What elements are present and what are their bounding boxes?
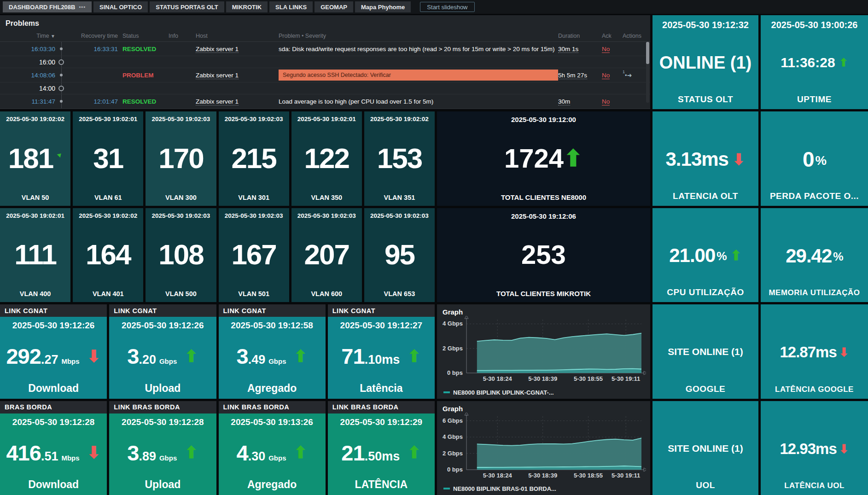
host-link[interactable]: Zabbix server 1 (196, 46, 239, 53)
dashboard-grid: Problems Time ▼Recovery timeStatusInfoHo… (0, 15, 868, 495)
vlan-label: VLAN 500 (165, 290, 197, 297)
panel-timestamp: 2025-05-30 19:12:06 (511, 212, 576, 220)
panel-timestamp: 2025-05-30 19:02:03 (297, 212, 356, 219)
tab-mapa-phyhome[interactable]: Mapa Phyhome (355, 1, 411, 12)
col-problem[interactable]: Problem • Severity (272, 33, 558, 39)
value-fraction: .10ms (365, 353, 400, 367)
panel-timestamp: 2025-05-30 19:12:28 (122, 417, 204, 427)
value-integer: 416 (6, 442, 41, 464)
problem-status[interactable]: PROBLEM (118, 72, 164, 79)
problem-name[interactable]: Load average is too high (per CPU load o… (272, 98, 558, 105)
problem-time[interactable]: 14:08:06 (0, 72, 55, 79)
problem-name-link[interactable]: sda: Disk read/write request responses a… (279, 46, 555, 52)
tab-sla-links[interactable]: SLA LINKS (269, 1, 313, 12)
cpu-label: CPU UTILIZAÇÃO (667, 287, 744, 297)
vlan-value: 111 (14, 240, 56, 269)
svg-text:0 bps: 0 bps (447, 466, 463, 473)
link-tile-label: LATÊNCIA (355, 478, 408, 491)
tab-mikrotik[interactable]: MIKROTIK (226, 1, 268, 12)
tab-status-portas-olt[interactable]: STATUS PORTAS OLT (150, 1, 224, 12)
value-fraction: .50ms (365, 449, 400, 464)
trend-up-icon: ⬆ (184, 444, 198, 461)
col-time[interactable]: Time ▼ (0, 33, 55, 39)
graph-legend: NE8000 BIPLINK UPLINK-CGNAT-... (437, 389, 650, 399)
vlan-tile-vlan-61: 2025-05-30 19:02:0131VLAN 61 (73, 111, 143, 205)
duration-link[interactable]: 30m 1s (558, 46, 578, 53)
problem-status[interactable]: RESOLVED (118, 98, 164, 105)
problem-time-link[interactable]: 14:08:06 (31, 72, 55, 79)
col-host[interactable]: Host (189, 33, 272, 39)
problem-time-link[interactable]: 11:31:47 (31, 98, 55, 105)
vlan-label: VLAN 61 (94, 194, 122, 201)
problem-time-link[interactable]: 16:03:30 (31, 46, 55, 52)
problem-duration[interactable]: 30m (558, 98, 602, 105)
problem-host[interactable]: Zabbix server 1 (189, 72, 272, 79)
graph-title: Graph (437, 401, 650, 413)
problem-host[interactable]: Zabbix server 1 (189, 98, 272, 105)
tab-dashboard-fhl208b[interactable]: DASHBOARD FHL208B••• (3, 1, 92, 12)
problem-name-link[interactable]: Segundo acesso SSH Detectado: Verificar (279, 70, 558, 81)
problem-recovery-time[interactable]: 16:33:31 (67, 46, 118, 52)
problems-scrollbar[interactable] (646, 42, 649, 103)
timeline-marker-row: 14:00 (0, 82, 650, 94)
vlan-value: 167 (231, 240, 276, 269)
problem-status[interactable]: RESOLVED (118, 46, 164, 52)
scrollbar-thumb[interactable] (646, 42, 649, 64)
problem-duration[interactable]: 5h 5m 27s (558, 72, 602, 79)
problem-name-link[interactable]: Load average is too high (per CPU load o… (279, 98, 433, 105)
problem-time[interactable]: 11:31:47 (0, 98, 55, 105)
col-status[interactable]: Status (118, 33, 164, 39)
total-mikrotik-panel: 2025-05-30 19:12:06 253 TOTAL CLIENTES M… (437, 208, 650, 302)
tab-more-icon[interactable]: ••• (79, 4, 86, 10)
link-tile-agregado: LINK CGNAT2025-05-30 19:12:583.49Gbps⬆Ag… (219, 304, 326, 398)
legend-swatch-icon (443, 391, 450, 393)
link-tile-upload: LINK BRAS BORDA2025-05-30 19:12:283.89Gb… (109, 401, 216, 495)
svg-text:2 Gbps: 2 Gbps (443, 449, 463, 456)
vlan-tile-vlan-500: 2025-05-30 19:02:03108VLAN 500 (146, 208, 216, 302)
trend-up-icon: ⬆ (294, 348, 308, 365)
link-value: 71.10ms⬆ (341, 345, 421, 367)
problem-name[interactable]: Segundo acesso SSH Detectado: Verificar (272, 70, 558, 81)
percent-sign: % (816, 153, 827, 168)
duration-link[interactable]: 5h 5m 27s (558, 72, 587, 79)
problem-recovery-time[interactable]: 12:01:47 (67, 98, 118, 105)
ack-link[interactable]: No (602, 72, 610, 79)
timeline-hour-label: 16:00 (0, 58, 55, 66)
problem-ack[interactable]: No (602, 72, 623, 79)
tab-geomap[interactable]: GEOMAP (315, 1, 353, 12)
latencia-google-panel: 12.87ms ⬇ LATÊNCIA GOOGLE (761, 304, 868, 398)
problem-time[interactable]: 16:03:30 (0, 46, 55, 52)
tab-sinal-optico[interactable]: SINAL OPTICO (93, 1, 148, 12)
problem-ack[interactable]: No (602, 46, 623, 52)
value-unit: Gbps (159, 454, 177, 462)
ack-link[interactable]: No (602, 98, 610, 105)
vlan-label: VLAN 50 (22, 194, 49, 201)
vlan-tile-vlan-501: 2025-05-30 19:02:03167VLAN 501 (219, 208, 289, 302)
message-action-icon[interactable]: 1•➜ (623, 72, 632, 79)
problem-name[interactable]: sda: Disk read/write request responses a… (272, 46, 558, 52)
svg-text:2 Gbps: 2 Gbps (443, 345, 463, 352)
total-ne8000-label: TOTAL CLIENTES NE8000 (501, 193, 586, 201)
host-link[interactable]: Zabbix server 1 (196, 72, 239, 79)
host-link[interactable]: Zabbix server 1 (196, 98, 239, 105)
problem-duration[interactable]: 30m 1s (558, 46, 602, 52)
panel-timestamp: 2025-05-30 19:12:29 (340, 417, 423, 427)
ack-link[interactable]: No (602, 46, 610, 53)
value-integer: 292 (6, 345, 41, 367)
problem-host[interactable]: Zabbix server 1 (189, 46, 272, 52)
link-tile-header: LINK BRAS BORDA (109, 401, 216, 413)
duration-link[interactable]: 30m (558, 98, 570, 105)
uptime-panel: 2025-05-30 19:00:26 11:36:28 ⬆ UPTIME (761, 15, 868, 109)
problems-header-row: Time ▼Recovery timeStatusInfoHostProblem… (0, 30, 650, 42)
recovery-time-link[interactable]: 16:33:31 (93, 46, 118, 52)
start-slideshow-button[interactable]: Start slideshow (420, 2, 474, 12)
panel-timestamp: 2025-05-30 19:02:03 (225, 116, 283, 122)
problem-ack[interactable]: No (602, 98, 623, 105)
link-tile-header: LINK CGNAT (219, 304, 326, 317)
svg-text:0 bps: 0 bps (447, 369, 463, 376)
vlan-value: 108 (158, 240, 203, 269)
recovery-time-link[interactable]: 12:01:47 (93, 98, 118, 105)
col-recovery[interactable]: Recovery time (67, 33, 118, 39)
panel-timestamp: 2025-05-30 19:02:01 (297, 116, 356, 122)
timeline-event-icon (60, 74, 63, 76)
